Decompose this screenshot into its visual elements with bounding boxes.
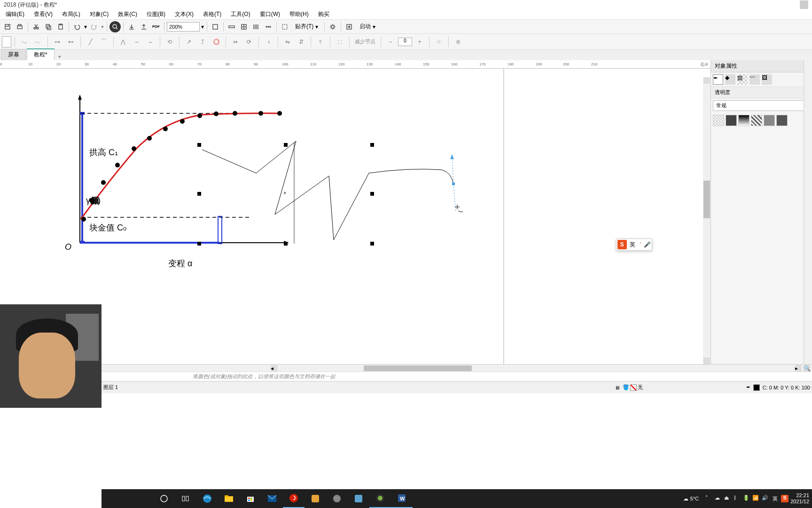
clock[interactable]: 22:21 2021/12 [790,492,809,505]
menu-buy[interactable]: 购买 [313,9,334,19]
cusp-node-icon[interactable]: ⋀ [117,36,129,48]
ime-floating-bar[interactable]: S 英 ' 🎤 [616,238,652,251]
options-icon[interactable] [327,21,338,32]
transparency-tab-icon[interactable]: ▨ [737,74,748,85]
tray-chevron-icon[interactable]: ˄ [705,495,713,502]
curve-smoothness-minus[interactable]: − [384,36,397,48]
reverse-direction-icon[interactable]: ⟲ [164,36,176,48]
tab-add-button[interactable]: + [55,54,64,60]
grid-icon[interactable] [238,21,250,32]
outline-color-swatch[interactable] [753,384,760,391]
texture-transparency-icon[interactable] [764,115,775,126]
menu-object[interactable]: 对象(C) [85,9,114,19]
current-layer-label[interactable]: 图层 1 [103,384,118,391]
task-view-icon[interactable] [175,489,196,508]
close-curve-icon[interactable]: ⭕ [210,36,222,48]
fill-tab-icon[interactable]: ◆ [725,74,735,85]
join-nodes-icon[interactable]: ⊶ [51,36,63,48]
rotate-nodes-icon[interactable]: ⟳ [243,36,255,48]
bluetooth-icon[interactable]: ᛒ [734,495,741,502]
mail-icon[interactable] [261,489,283,508]
fountain-transparency-icon[interactable] [738,115,750,126]
break-nodes-icon[interactable]: ⊷ [65,36,77,48]
align-nodes-h-icon[interactable]: ⫞ [262,36,274,48]
snap-icon[interactable] [279,21,290,32]
coreldraw-icon[interactable] [369,489,391,508]
app-launcher-icon[interactable] [344,21,355,32]
outline-tab-icon[interactable]: ✒ [713,74,723,85]
redo-dropdown[interactable]: ▾ [101,22,104,32]
curve-smoothness-plus[interactable]: + [414,36,426,48]
app-icon-1[interactable] [304,489,326,508]
bitmap-transparency-icon[interactable] [776,115,788,126]
measure-icon[interactable] [263,21,274,32]
vertical-scrollbar[interactable] [703,77,710,364]
undo-icon[interactable] [71,21,83,32]
start-button[interactable] [153,489,175,508]
image-tab-icon[interactable]: 🖼 [762,74,772,85]
scrollbar-thumb[interactable] [703,181,710,218]
guides-icon[interactable] [250,21,262,32]
fill-swatch[interactable]: 🪣 无 [623,384,643,391]
reflect-v-icon[interactable]: ⇵ [295,36,307,48]
color-palette-strip[interactable] [804,60,812,364]
horizontal-scrollbar[interactable]: ◂ ▸ 🔍 [0,364,812,372]
reflect-h-icon[interactable]: ⇋ [281,36,294,48]
extend-curve-icon[interactable]: ↗ [183,36,195,48]
scroll-right-icon[interactable]: ▸ [795,365,802,372]
volume-icon[interactable]: 🔊 [762,495,769,502]
menu-table[interactable]: 表格(T) [198,9,226,19]
menu-help[interactable]: 帮助(H) [285,9,313,19]
pdf-export-icon[interactable]: PDF [150,21,162,32]
tab-tutorial[interactable]: 教程* [27,48,55,60]
scroll-down-icon[interactable] [703,357,710,364]
ime-punct-label[interactable]: ' [638,241,643,248]
import-icon[interactable] [126,21,137,32]
line-to-curve-icon[interactable]: ╱ [84,36,96,48]
paste-icon[interactable] [55,21,66,32]
cut-icon[interactable] [31,21,42,32]
print-icon[interactable] [14,21,25,32]
save-icon[interactable] [2,21,13,32]
menu-window[interactable]: 窗口(W) [255,9,285,19]
app-icon-3[interactable] [348,489,369,508]
menu-text[interactable]: 文本(X) [170,9,198,19]
add-icon[interactable]: ⊕ [452,36,464,48]
menu-layout[interactable]: 布局(L) [57,9,85,19]
battery-icon[interactable]: 🔋 [743,495,750,502]
shape-tool-dropdown[interactable] [2,36,11,48]
menu-bitmap[interactable]: 位图(B) [142,9,170,19]
weather-widget[interactable]: ☁ 5°C [683,496,699,502]
ime-indicator[interactable]: 英 [771,495,779,502]
wifi-icon[interactable]: 📶 [752,495,760,502]
curve-tab-icon[interactable]: 〰 [750,74,760,85]
search-icon[interactable] [109,21,121,32]
curve-smoothness-input[interactable]: 0 [398,38,412,46]
zoom-tool-icon[interactable]: 🔍 [804,365,810,372]
bounding-box-icon[interactable]: ⸭ [433,36,445,48]
pattern-transparency-icon[interactable] [751,115,762,126]
mic-icon[interactable]: 🎤 [644,241,651,248]
menu-view[interactable]: 查看(V) [29,9,57,19]
word-icon[interactable]: W [391,489,413,508]
smooth-node-icon[interactable]: ⌢ [131,36,143,48]
ruler-icon[interactable] [226,21,237,32]
add-node-icon[interactable]: ◦₊ [18,36,31,48]
zoom-dropdown[interactable]: ▾ [201,22,204,32]
extract-subpath-icon[interactable]: ⤴ [196,36,209,48]
ime-mode-label[interactable]: 英 [628,241,637,249]
onedrive-icon[interactable]: ☁ [715,495,722,502]
usb-icon[interactable]: ⏏ [724,495,732,502]
menu-tool[interactable]: 工具(O) [226,9,255,19]
app-icon-2[interactable] [326,489,348,508]
undo-dropdown[interactable]: ▾ [84,22,87,32]
elastic-mode-icon[interactable]: ⫯ [314,36,327,48]
launch-menu[interactable]: 启动 ▾ [356,23,379,31]
symmetric-node-icon[interactable]: ⌣ [144,36,156,48]
sogou-tray-icon[interactable]: S [781,495,789,502]
snap-menu[interactable]: 贴齐(T) ▾ [291,23,322,31]
dock-icon[interactable] [800,0,808,9]
menu-edit[interactable]: 编辑(E) [1,9,29,19]
tab-welcome[interactable]: 屏幕 [1,49,26,60]
horizontal-ruler[interactable]: 0 10 20 30 40 50 60 70 80 90 100 110 120… [0,60,710,69]
